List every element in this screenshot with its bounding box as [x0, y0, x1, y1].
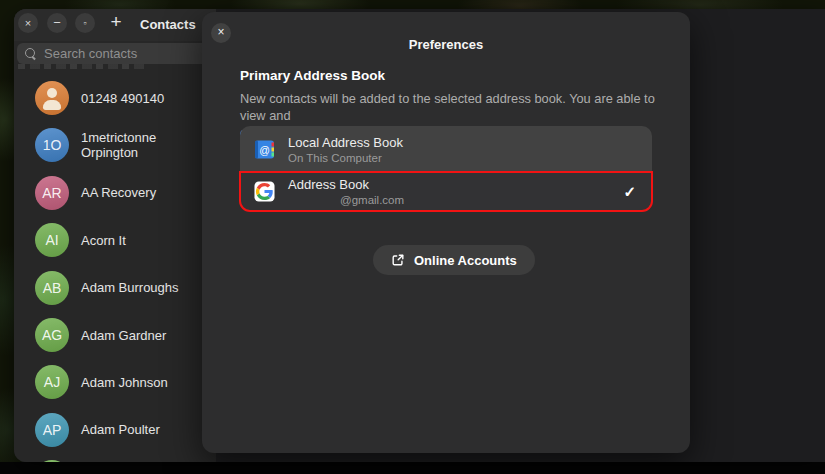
avatar: AJ — [35, 365, 69, 399]
address-book-row-google[interactable]: Address Book @gmail.com ✓ — [240, 172, 652, 211]
avatar: AP — [35, 413, 69, 447]
avatar: 1O — [35, 128, 69, 162]
contact-name: AA Recovery — [81, 185, 156, 200]
search-icon — [25, 48, 37, 60]
description-line: New contacts will be added to the select… — [240, 90, 656, 124]
address-book-list: @ Local Address Book On This Computer Ad… — [240, 126, 652, 211]
address-book-text: Local Address Book On This Computer — [288, 135, 638, 164]
address-book-title: Local Address Book — [288, 135, 638, 150]
contact-row[interactable]: 01248 490140 — [14, 75, 216, 122]
window-close-button[interactable]: × — [18, 13, 38, 33]
person-icon — [35, 81, 69, 115]
google-logo-icon — [254, 181, 275, 202]
preferences-dialog: × Preferences Primary Address Book New c… — [202, 12, 690, 453]
avatar: AG — [35, 318, 69, 352]
contact-row[interactable]: AJ Adam Johnson — [14, 359, 216, 406]
avatar — [35, 81, 69, 115]
svg-text:@: @ — [259, 143, 270, 155]
contact-row[interactable] — [14, 454, 216, 462]
selected-check-icon: ✓ — [623, 183, 638, 201]
local-address-book-icon: @ — [254, 139, 275, 160]
window-minimize-button[interactable]: − — [47, 13, 67, 33]
address-book-text: Address Book @gmail.com — [288, 177, 610, 206]
contact-row[interactable]: AG Adam Gardner — [14, 312, 216, 359]
contact-row[interactable]: 1O 1metrictonne Orpington — [14, 122, 216, 169]
online-accounts-label: Online Accounts — [414, 253, 517, 268]
window-maximize-button[interactable]: ▫ — [75, 13, 95, 33]
contact-name: 01248 490140 — [81, 91, 164, 106]
contact-name: Adam Gardner — [81, 328, 166, 343]
contact-name: Adam Johnson — [81, 375, 168, 390]
contact-name: Acorn It — [81, 233, 126, 248]
address-book-subtitle: On This Computer — [288, 152, 638, 164]
contact-row[interactable]: AR AA Recovery — [14, 169, 216, 216]
avatar: AR — [35, 176, 69, 210]
address-book-subtitle: @gmail.com — [340, 194, 610, 206]
address-book-row-local[interactable]: @ Local Address Book On This Computer — [240, 126, 652, 172]
contact-row[interactable]: AP Adam Poulter — [14, 406, 216, 453]
online-accounts-button[interactable]: Online Accounts — [373, 245, 535, 275]
clipped-list-row — [18, 64, 146, 69]
avatar: AI — [35, 223, 69, 257]
avatar — [35, 460, 69, 462]
contact-row[interactable]: AI Acorn It — [14, 217, 216, 264]
contact-name: Adam Poulter — [81, 422, 160, 437]
new-contact-button[interactable]: + — [105, 11, 127, 33]
address-book-title: Address Book — [288, 177, 610, 192]
contact-name: Adam Burroughs — [81, 280, 179, 295]
contact-name: 1metrictonne Orpington — [81, 130, 216, 160]
dialog-title: Preferences — [202, 37, 690, 52]
taskbar-strip — [0, 462, 825, 474]
external-link-icon — [391, 253, 405, 267]
contact-row[interactable]: AB Adam Burroughs — [14, 264, 216, 311]
search-input[interactable] — [44, 46, 194, 61]
primary-address-book-heading: Primary Address Book — [240, 68, 385, 83]
avatar: AB — [35, 271, 69, 305]
sidebar-headerbar: × − ▫ + Contacts — [14, 9, 216, 41]
window-title: Contacts — [140, 17, 196, 32]
contacts-sidebar: × − ▫ + Contacts 01248 490140 1O 1metric… — [14, 9, 216, 462]
search-bar[interactable] — [17, 43, 213, 64]
